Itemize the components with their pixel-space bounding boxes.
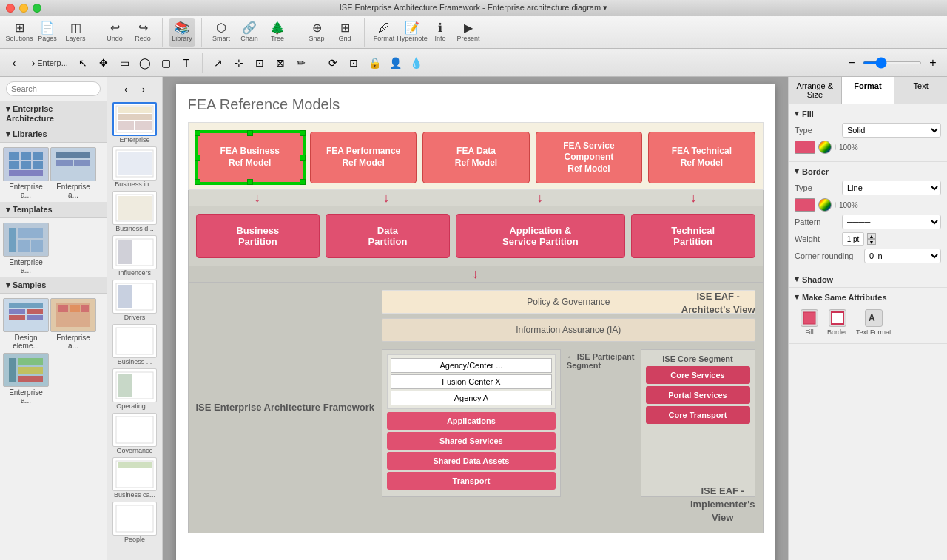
canvas-scroll[interactable]: FEA Reference Models FEA BusinessRef Mod… — [163, 77, 788, 560]
sample-item-enterprise3[interactable]: Enterprise a... — [3, 351, 49, 405]
make-same-border[interactable]: Border — [827, 309, 847, 336]
fill-color-picker[interactable] — [818, 141, 832, 154]
move-tool[interactable]: ✥ — [95, 55, 112, 71]
ellipse-tool[interactable]: ◯ — [137, 55, 153, 71]
sample-item-design[interactable]: Design eleme... — [3, 297, 49, 350]
minimize-button[interactable] — [19, 4, 28, 13]
lock-tool[interactable]: 🔒 — [366, 55, 382, 71]
zoom-out-button[interactable]: − — [843, 55, 860, 71]
border-weight-stepper[interactable]: ▲ ▼ — [867, 233, 876, 245]
breadcrumb-current[interactable]: Enterp... — [44, 55, 61, 71]
grid-button[interactable]: ⊞ Grid — [331, 18, 358, 47]
layers-button[interactable]: ◫ Layers — [62, 18, 89, 47]
fill-type-select[interactable]: Solid Gradient None — [842, 123, 941, 138]
sidebar-section-enterprise-arch[interactable]: ▾ Enterprise Architecture — [0, 101, 107, 126]
pen-tool[interactable]: ✏ — [293, 55, 309, 71]
border-pattern-select[interactable]: ──── - - - ····· — [842, 215, 941, 229]
page-thumb-business2[interactable]: Business ... — [112, 324, 157, 365]
pointer-tool[interactable]: ↗ — [210, 55, 226, 71]
selection-handle-tl[interactable] — [195, 130, 200, 136]
rubber-band-tool[interactable]: ⊡ — [346, 55, 362, 71]
border-weight-input[interactable] — [842, 232, 864, 246]
page-thumb-drivers[interactable]: Drivers — [112, 280, 157, 321]
portal-services-button[interactable]: Portal Services — [646, 386, 750, 404]
page-thumb-people[interactable]: People — [112, 502, 157, 543]
page-thumb-governance[interactable]: Governance — [112, 413, 157, 454]
weight-down-button[interactable]: ▼ — [867, 239, 876, 245]
library-item-enterprise-a1[interactable]: Enterprise a... — [3, 146, 49, 199]
smart-button[interactable]: ⬡ Smart — [208, 18, 235, 47]
make-same-text-format[interactable]: A Text Format — [856, 309, 892, 336]
applications-button[interactable]: Applications — [387, 412, 556, 430]
close-button[interactable] — [6, 4, 15, 13]
rounded-rect-tool[interactable]: ▢ — [158, 55, 174, 71]
fill-color-swatch[interactable] — [795, 141, 815, 154]
waypoint-tool[interactable]: ⊡ — [252, 55, 268, 71]
search-input[interactable] — [6, 81, 101, 96]
library-button[interactable]: 📚 Library — [169, 18, 195, 47]
page-thumb-enterprise[interactable]: Enterprise — [112, 102, 157, 144]
zoom-in-button[interactable]: + — [925, 55, 941, 71]
shared-data-assets-button[interactable]: Shared Data Assets — [387, 452, 556, 470]
nav-back[interactable]: ‹ — [6, 55, 22, 71]
pages-button[interactable]: 📄 Pages — [34, 18, 61, 47]
shadow-section[interactable]: ▾ Shadow — [789, 271, 947, 288]
hypernote-button[interactable]: 📝 Hypernote — [399, 18, 425, 47]
fullscreen-button[interactable] — [33, 4, 41, 13]
partition-box-data[interactable]: DataPartition — [326, 214, 450, 258]
select-tool[interactable]: ↖ — [75, 55, 91, 71]
fill-section-title[interactable]: ▾ Fill — [795, 109, 941, 118]
chain-button[interactable]: 🔗 Chain — [236, 18, 263, 47]
selection-handle-mr[interactable] — [300, 155, 306, 161]
template-item-enterprise[interactable]: Enterprise a... — [3, 221, 49, 274]
make-same-fill[interactable]: Fill — [801, 309, 818, 336]
core-transport-button[interactable]: Core Transport — [646, 406, 750, 424]
person-tool[interactable]: 👤 — [387, 55, 403, 71]
sidebar-section-samples[interactable]: ▾ Samples — [0, 277, 107, 294]
present-button[interactable]: ▶ Present — [455, 18, 482, 47]
fea-box-technical[interactable]: FEA TechnicalRef Model — [648, 132, 755, 183]
partition-box-application[interactable]: Application &Service Partition — [456, 214, 625, 258]
selection-handle-bm[interactable] — [247, 179, 253, 185]
info-button[interactable]: ℹ Info — [427, 18, 454, 47]
page-back[interactable]: ‹ — [118, 81, 134, 98]
weight-up-button[interactable]: ▲ — [867, 233, 876, 239]
fea-box-performance[interactable]: FEA PerformanceRef Model — [310, 132, 417, 183]
fea-box-business[interactable]: FEA BusinessRef Model — [196, 132, 304, 183]
border-color-swatch[interactable] — [795, 198, 815, 212]
page-thumb-operating[interactable]: Operating ... — [112, 368, 157, 410]
eyedropper-tool[interactable]: 💧 — [408, 55, 424, 71]
connection-tool[interactable]: ⊹ — [231, 55, 247, 71]
partition-box-technical[interactable]: TechnicalPartition — [631, 214, 755, 258]
fill-opacity-slider[interactable] — [835, 144, 836, 150]
fea-box-data[interactable]: FEA DataRef Model — [422, 132, 529, 183]
solutions-button[interactable]: ⊞ Solutions — [6, 18, 33, 47]
selection-handle-tm[interactable] — [247, 130, 253, 136]
tab-text[interactable]: Text — [894, 77, 947, 104]
page-forward[interactable]: › — [135, 81, 152, 98]
selection-handle-br[interactable] — [300, 179, 306, 185]
border-opacity-slider[interactable] — [835, 202, 836, 208]
border-section-title[interactable]: ▾ Border — [795, 166, 941, 176]
undo-button[interactable]: ↩ Undo — [101, 18, 128, 47]
corner-rounding-select[interactable]: 0 in 0.1 in 0.25 in — [864, 249, 941, 263]
crop-tool[interactable]: ⊠ — [272, 55, 289, 71]
make-same-fill-icon[interactable] — [801, 309, 818, 327]
transform-tool[interactable]: ⟳ — [325, 55, 341, 71]
sidebar-section-libraries[interactable]: ▾ Libraries — [0, 126, 107, 143]
rectangle-tool[interactable]: ▭ — [116, 55, 132, 71]
page-thumb-business-ca[interactable]: Business ca... — [112, 457, 157, 499]
sidebar-section-templates[interactable]: ▾ Templates — [0, 202, 107, 218]
core-services-button[interactable]: Core Services — [646, 366, 750, 384]
transport-button[interactable]: Transport — [387, 472, 556, 490]
partition-box-business[interactable]: BusinessPartition — [196, 214, 320, 258]
border-type-select[interactable]: Line Dashed Dotted — [842, 181, 941, 195]
tab-format[interactable]: Format — [842, 77, 895, 104]
library-item-enterprise-a2[interactable]: Enterprise a... — [50, 146, 96, 199]
make-same-border-icon[interactable] — [829, 309, 846, 327]
page-thumb-business-in[interactable]: Business in... — [112, 146, 157, 188]
sample-item-enterprise2[interactable]: Enterprise a... — [50, 297, 96, 350]
make-same-title[interactable]: ▾ Make Same Attributes — [795, 292, 941, 302]
selection-handle-tr[interactable] — [300, 130, 306, 136]
page-thumb-business-d[interactable]: Business d... — [112, 191, 157, 232]
